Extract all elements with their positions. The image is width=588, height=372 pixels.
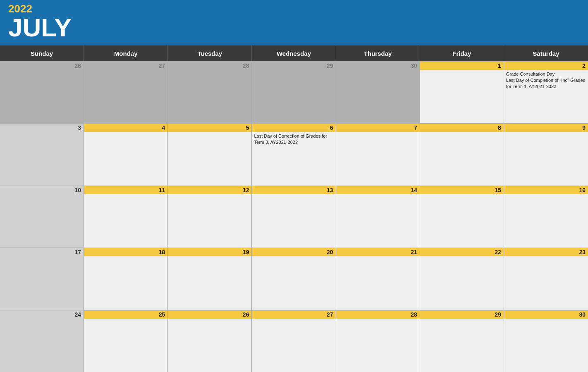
date-number: 2 <box>504 62 588 70</box>
calendar-cell-27: 27 <box>84 62 168 123</box>
calendar-cell-28: 28 <box>168 62 252 123</box>
date-number: 28 <box>336 310 420 319</box>
calendar-cell-26: 26 <box>168 310 252 372</box>
cell-body <box>252 319 335 372</box>
date-number: 8 <box>420 124 504 132</box>
calendar-cell-22: 22 <box>420 248 504 310</box>
date-number: 12 <box>168 186 251 194</box>
date-number: 23 <box>504 248 588 256</box>
calendar-year: 2022 <box>8 3 580 14</box>
calendar-cell-4: 4 <box>84 124 168 185</box>
date-number: 6 <box>252 124 335 132</box>
calendar-week-5: 24252627282930 <box>0 310 588 372</box>
date-number: 24 <box>0 310 84 319</box>
cell-body <box>420 194 504 248</box>
calendar-week-2: 3456Last Day of Correction of Grades for… <box>0 123 588 185</box>
calendar-cell-12: 12 <box>168 186 252 248</box>
calendar-cell-21: 21 <box>336 248 420 310</box>
date-number: 5 <box>168 124 251 132</box>
calendar-event: Last Day of Completion of "Inc" Grades f… <box>506 77 586 90</box>
date-number: 30 <box>336 62 420 70</box>
calendar-week-3: 10111213141516 <box>0 186 588 248</box>
calendar-cell-6: 6Last Day of Correction of Grades for Te… <box>252 124 336 185</box>
date-number: 16 <box>504 186 588 194</box>
cell-body <box>168 256 251 310</box>
calendar-cell-30: 30 <box>504 310 588 372</box>
cell-body <box>336 132 420 185</box>
calendar-cell-9: 9 <box>504 124 588 185</box>
calendar-cell-19: 19 <box>168 248 252 310</box>
calendar-cell-15: 15 <box>420 186 504 248</box>
date-number: 19 <box>168 248 251 256</box>
day-header-friday: Friday <box>420 45 504 61</box>
cell-body <box>336 319 420 372</box>
cell-body <box>84 132 167 185</box>
calendar-week-4: 17181920212223 <box>0 248 588 310</box>
calendar-cell-1: 1 <box>420 62 504 123</box>
date-number: 20 <box>252 248 335 256</box>
day-header-sunday: Sunday <box>0 45 84 61</box>
date-number: 1 <box>420 62 504 70</box>
date-number: 17 <box>0 248 84 256</box>
date-number: 11 <box>84 186 167 194</box>
calendar-cell-23: 23 <box>504 248 588 310</box>
cell-body <box>168 132 251 185</box>
calendar-cell-3: 3 <box>0 124 84 185</box>
date-number: 26 <box>168 310 251 319</box>
date-number: 30 <box>504 310 588 319</box>
calendar-cell-30: 30 <box>336 62 420 123</box>
cell-body <box>504 319 588 372</box>
calendar-cell-16: 16 <box>504 186 588 248</box>
calendar-cell-25: 25 <box>84 310 168 372</box>
calendar-cell-2: 2Grade Consultation DayLast Day of Compl… <box>504 62 588 123</box>
calendar-cell-28: 28 <box>336 310 420 372</box>
date-number: 25 <box>84 310 167 319</box>
calendar-cell-8: 8 <box>420 124 504 185</box>
cell-body <box>504 132 588 185</box>
cell-body: Last Day of Correction of Grades for Ter… <box>252 132 335 185</box>
day-header-thursday: Thursday <box>336 45 420 61</box>
cell-body: Grade Consultation DayLast Day of Comple… <box>504 70 588 123</box>
date-number: 29 <box>420 310 504 319</box>
calendar-cell-27: 27 <box>252 310 336 372</box>
date-number: 13 <box>252 186 335 194</box>
cell-body <box>420 70 504 123</box>
calendar-cell-18: 18 <box>84 248 168 310</box>
calendar-cell-10: 10 <box>0 186 84 248</box>
cell-body <box>504 256 588 310</box>
date-number: 10 <box>0 186 84 194</box>
date-number: 7 <box>336 124 420 132</box>
calendar-header: 2022 JULY <box>0 0 588 45</box>
calendar-cell-29: 29 <box>420 310 504 372</box>
cell-body <box>84 319 167 372</box>
cell-body <box>168 194 251 248</box>
calendar-month: JULY <box>8 14 580 41</box>
cell-body <box>168 319 251 372</box>
cell-body <box>84 256 167 310</box>
date-number: 27 <box>252 310 335 319</box>
calendar-wrapper: 2022 JULY SundayMondayTuesdayWednesdayTh… <box>0 0 588 372</box>
date-number: 28 <box>168 62 251 70</box>
calendar-cell-29: 29 <box>252 62 336 123</box>
cell-body <box>420 319 504 372</box>
calendar-cell-20: 20 <box>252 248 336 310</box>
date-number: 9 <box>504 124 588 132</box>
date-number: 4 <box>84 124 167 132</box>
calendar-cell-26: 26 <box>0 62 84 123</box>
date-number: 26 <box>0 62 84 70</box>
calendar-event: Grade Consultation Day <box>506 71 586 77</box>
cell-body <box>84 194 167 248</box>
cell-body <box>336 194 420 248</box>
calendar-cell-5: 5 <box>168 124 252 185</box>
day-headers-row: SundayMondayTuesdayWednesdayThursdayFrid… <box>0 45 588 61</box>
day-header-wednesday: Wednesday <box>252 45 336 61</box>
date-number: 18 <box>84 248 167 256</box>
calendar-week-1: 262728293012Grade Consultation DayLast D… <box>0 61 588 123</box>
calendar-cell-13: 13 <box>252 186 336 248</box>
calendar-event: Last Day of Correction of Grades for Ter… <box>254 133 333 145</box>
date-number: 3 <box>0 124 84 132</box>
calendar-grid: 262728293012Grade Consultation DayLast D… <box>0 61 588 372</box>
calendar-cell-17: 17 <box>0 248 84 310</box>
calendar-cell-24: 24 <box>0 310 84 372</box>
day-header-monday: Monday <box>84 45 168 61</box>
